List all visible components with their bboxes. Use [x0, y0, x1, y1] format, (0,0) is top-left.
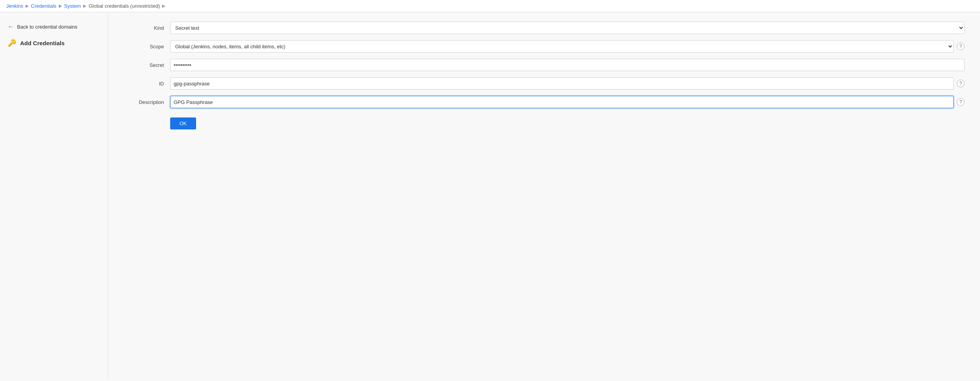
scope-control-wrap: Global (Jenkins, nodes, items, all child… — [170, 40, 965, 53]
secret-control-wrap — [170, 59, 965, 71]
kind-label: Kind — [124, 22, 170, 34]
description-label: Description — [124, 96, 170, 108]
sidebar-title-label: Add Credentials — [20, 40, 65, 46]
breadcrumb: Jenkins ▶ Credentials ▶ System ▶ Global … — [0, 0, 980, 12]
id-help-icon[interactable]: ? — [957, 80, 965, 87]
sidebar: ← Back to credential domains 🔑 Add Crede… — [0, 12, 108, 379]
scope-label: Scope — [124, 40, 170, 53]
kind-row: Kind Secret text — [124, 22, 965, 34]
breadcrumb-system[interactable]: System — [64, 3, 81, 9]
back-to-credential-domains-link[interactable]: ← Back to credential domains — [0, 19, 108, 35]
ok-button-row: OK — [124, 114, 965, 129]
back-link-label: Back to credential domains — [17, 24, 77, 30]
id-label: ID — [124, 77, 170, 90]
secret-label: Secret — [124, 59, 170, 71]
secret-row: Secret — [124, 59, 965, 71]
breadcrumb-sep-2: ▶ — [59, 3, 62, 9]
description-row: Description ? — [124, 96, 965, 108]
content-area: Kind Secret text Scope Global (Jenkins, … — [108, 12, 980, 379]
key-icon: 🔑 — [8, 39, 16, 47]
scope-row: Scope Global (Jenkins, nodes, items, all… — [124, 40, 965, 53]
kind-control-wrap: Secret text — [170, 22, 965, 34]
breadcrumb-global-credentials[interactable]: Global credentials (unrestricted) — [89, 3, 160, 9]
breadcrumb-sep-3: ▶ — [83, 3, 86, 9]
back-arrow-icon: ← — [8, 23, 14, 30]
description-control-wrap: ? — [170, 96, 965, 108]
description-input[interactable] — [170, 96, 954, 108]
breadcrumb-jenkins[interactable]: Jenkins — [6, 3, 23, 9]
id-row: ID ? — [124, 77, 965, 90]
sidebar-title: 🔑 Add Credentials — [0, 35, 108, 51]
breadcrumb-sep-1: ▶ — [26, 3, 29, 9]
breadcrumb-credentials[interactable]: Credentials — [31, 3, 56, 9]
description-help-icon[interactable]: ? — [957, 98, 965, 106]
scope-help-icon[interactable]: ? — [957, 43, 965, 50]
ok-button[interactable]: OK — [170, 117, 196, 129]
id-input[interactable] — [170, 77, 954, 90]
scope-select[interactable]: Global (Jenkins, nodes, items, all child… — [170, 40, 954, 53]
secret-input[interactable] — [170, 59, 965, 71]
kind-select[interactable]: Secret text — [170, 22, 965, 34]
id-control-wrap: ? — [170, 77, 965, 90]
breadcrumb-sep-4: ▶ — [162, 3, 165, 9]
